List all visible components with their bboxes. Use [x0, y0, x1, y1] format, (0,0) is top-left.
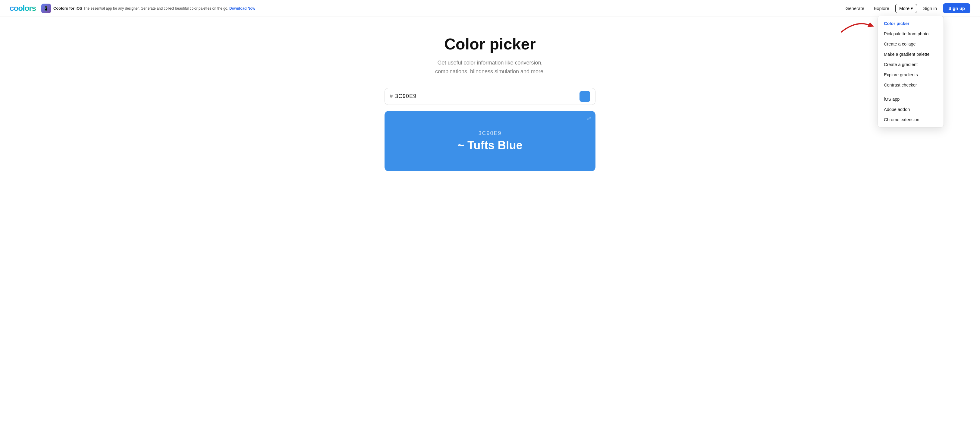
explore-nav-button[interactable]: Explore [870, 4, 893, 13]
expand-icon[interactable]: ⤢ [587, 115, 591, 122]
color-display-panel: ⤢ 3C90E9 ~ Tufts Blue [385, 111, 595, 171]
chevron-down-icon: ▾ [911, 6, 913, 11]
color-input-row: # [385, 88, 595, 105]
ios-download-link[interactable]: Download Now [229, 6, 255, 11]
ios-promo-title: Coolors for iOS [53, 6, 82, 11]
dropdown-item-create-collage[interactable]: Create a collage [878, 39, 943, 49]
dropdown-item-explore-gradients[interactable]: Explore gradients [878, 70, 943, 80]
dropdown-item-adobe-addon[interactable]: Adobe addon [878, 104, 943, 115]
navbar-right: Generate Explore More ▾ Sign in Sign up [842, 3, 970, 13]
color-display-hex: 3C90E9 [478, 130, 501, 137]
page-subtitle: Get useful color information like conver… [435, 59, 545, 76]
page-title: Color picker [444, 35, 536, 53]
generate-nav-button[interactable]: Generate [842, 4, 868, 13]
ios-promo-desc: The essential app for any designer. Gene… [83, 6, 229, 11]
more-dropdown-menu: Color picker Pick palette from photo Cre… [878, 16, 944, 127]
main-content: Color picker Get useful color informatio… [0, 17, 980, 183]
dropdown-item-contrast-checker[interactable]: Contrast checker [878, 80, 943, 90]
color-swatch-button[interactable] [579, 91, 590, 102]
more-nav-button[interactable]: More ▾ [895, 4, 917, 13]
dropdown-item-ios-app[interactable]: iOS app [878, 94, 943, 104]
subtitle-line1: Get useful color information like conver… [437, 60, 542, 66]
dropdown-item-create-gradient[interactable]: Create a gradient [878, 59, 943, 70]
more-label: More [899, 6, 910, 11]
dropdown-item-color-picker[interactable]: Color picker [878, 18, 943, 29]
signup-button[interactable]: Sign up [943, 3, 970, 13]
ios-promo-banner: 📱 Coolors for iOS The essential app for … [41, 4, 255, 13]
logo[interactable]: coolors [10, 4, 36, 13]
dropdown-item-gradient-palette[interactable]: Make a gradient palette [878, 49, 943, 59]
dropdown-item-pick-palette[interactable]: Pick palette from photo [878, 29, 943, 39]
logo-text: coolors [10, 4, 36, 13]
hash-symbol: # [390, 93, 393, 99]
signin-button[interactable]: Sign in [920, 4, 940, 13]
ios-icon: 📱 [41, 4, 51, 13]
color-hex-input[interactable] [395, 93, 579, 99]
navbar: coolors 📱 Coolors for iOS The essential … [0, 0, 980, 17]
dropdown-item-chrome-extension[interactable]: Chrome extension [878, 115, 943, 125]
subtitle-line2: combinations, blindness simulation and m… [435, 68, 545, 75]
color-display-name: ~ Tufts Blue [457, 139, 523, 152]
